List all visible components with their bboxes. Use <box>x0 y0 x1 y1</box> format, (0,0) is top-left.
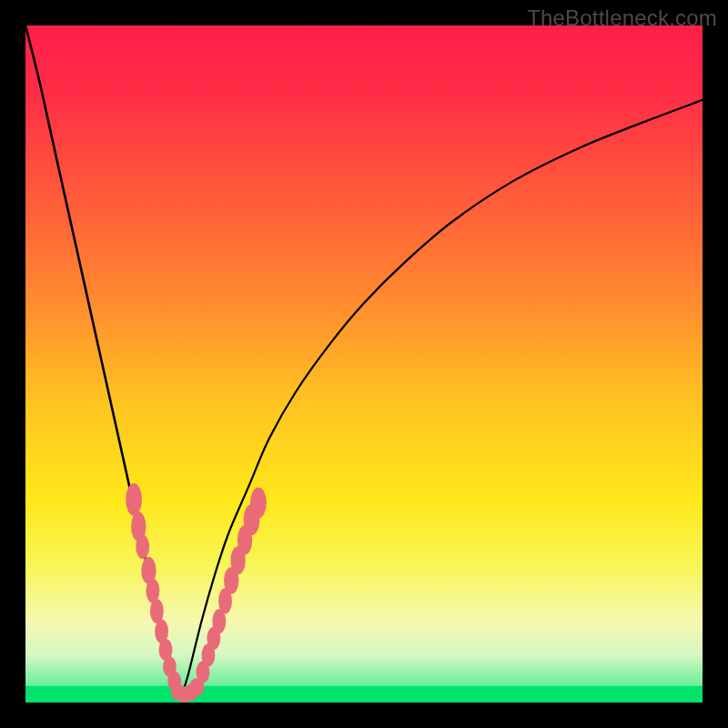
curve-layer <box>25 25 703 703</box>
data-marker <box>126 483 142 516</box>
data-marker <box>136 534 149 559</box>
marker-group <box>126 483 267 703</box>
plot-area <box>25 25 703 703</box>
watermark-text: TheBottleneck.com <box>527 5 717 31</box>
right-curve <box>181 100 703 696</box>
chart-frame: TheBottleneck.com <box>0 0 728 728</box>
data-marker <box>250 487 267 518</box>
